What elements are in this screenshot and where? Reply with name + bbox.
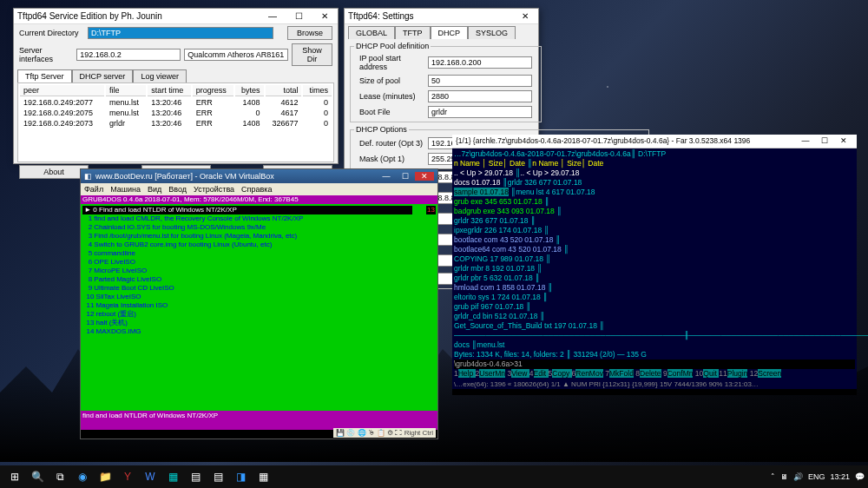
tab-tftp-server[interactable]: Tftp Server bbox=[17, 69, 72, 82]
grub-header: GRUB4DOS 0.4.6a 2018-07-01, Mem: 578K/20… bbox=[81, 195, 437, 204]
tftpd-icon[interactable]: ▤ bbox=[187, 468, 204, 485]
tray-lang[interactable]: ENG bbox=[808, 472, 825, 481]
grub-console[interactable]: GRUB4DOS 0.4.6a 2018-07-01, Mem: 578K/20… bbox=[81, 195, 437, 430]
taskview-icon[interactable]: ⧉ bbox=[51, 468, 69, 485]
vbox-statusbar: 💾 💿 🌐 🖰 📋 ⚙ ⛶ Right Ctrl bbox=[333, 428, 436, 438]
far-manager-window: {1/1} {archle.7z\grub4dos-0.4.6a-2018-07… bbox=[452, 135, 857, 395]
dhcp-pool-fieldset: DHCP Pool definition IP pool start addre… bbox=[350, 42, 542, 122]
tray-clock[interactable]: 13:21 bbox=[830, 472, 850, 481]
current-dir-input[interactable] bbox=[88, 27, 273, 39]
maximize-button[interactable]: ☐ bbox=[289, 11, 308, 21]
boot-file-input[interactable] bbox=[428, 106, 532, 118]
far-body[interactable]: …7z\grub4dos-0.4.6a-2018-07-01.7z\grub4d… bbox=[452, 148, 857, 379]
tab-dhcp[interactable]: DHCP bbox=[431, 26, 469, 39]
tray-notifications-icon[interactable]: 💬 bbox=[855, 472, 865, 481]
current-dir-label: Current Directory bbox=[19, 29, 84, 37]
minimize-button[interactable]: — bbox=[263, 11, 282, 21]
minimize-button[interactable]: — bbox=[796, 136, 815, 146]
tab-tftp[interactable]: TFTP bbox=[395, 26, 431, 39]
ip-start-input[interactable] bbox=[428, 56, 532, 69]
transfer-table: peerfilestart timeprogressbytestotaltime… bbox=[18, 83, 333, 129]
tab-log-viewer[interactable]: Log viewer bbox=[133, 69, 187, 82]
close-button[interactable]: ✕ bbox=[415, 172, 434, 181]
close-button[interactable]: ✕ bbox=[516, 11, 535, 21]
lease-input[interactable] bbox=[428, 90, 532, 102]
vbox-menubar: Файл Машина Вид Ввод Устройства Справка bbox=[81, 183, 437, 195]
vbox-status-icons: 💾 💿 🌐 🖰 📋 ⚙ ⛶ bbox=[336, 429, 404, 437]
tftpd-settings-titlebar[interactable]: Tftpd64: Settings ✕ bbox=[345, 9, 538, 24]
close-button[interactable]: ✕ bbox=[315, 11, 334, 21]
close-button[interactable]: ✕ bbox=[834, 136, 853, 146]
tftpd-tabs: Tftp Server DHCP server Log viewer bbox=[14, 68, 338, 82]
tray-volume-icon[interactable]: 🔊 bbox=[793, 472, 803, 481]
far-titlebar[interactable]: {1/1} {archle.7z\grub4dos-0.4.6a-2018-07… bbox=[452, 135, 857, 148]
tftpd-main-title: Tftpd64 Service Edition by Ph. Jounin bbox=[17, 11, 263, 21]
explorer-icon[interactable]: 📁 bbox=[96, 468, 114, 485]
search-icon[interactable]: 🔍 bbox=[29, 468, 46, 485]
menu-devices[interactable]: Устройства bbox=[194, 185, 234, 194]
showdir-button[interactable]: Show Dir bbox=[292, 43, 332, 66]
far-title: {1/1} {archle.7z\grub4dos-0.4.6a-2018-07… bbox=[456, 136, 796, 146]
app-icon-2[interactable]: ▦ bbox=[254, 468, 272, 485]
host-key-label: Right Ctrl bbox=[404, 429, 433, 437]
tray-monitor-icon[interactable]: 🖥 bbox=[780, 472, 788, 481]
maximize-button[interactable]: ☐ bbox=[815, 136, 834, 146]
windows-taskbar[interactable]: ⊞ 🔍 ⧉ ◉ 📁 Y W ▦ ▤ ▤ ◨ ▦ ˄ 🖥 🔊 ENG 13:21 … bbox=[0, 465, 868, 488]
vbox-icon[interactable]: ◨ bbox=[232, 468, 249, 485]
far-icon[interactable]: ▦ bbox=[164, 468, 181, 485]
menu-file[interactable]: Файл bbox=[84, 185, 103, 194]
browse-button[interactable]: Browse bbox=[287, 26, 332, 40]
menu-view[interactable]: Вид bbox=[148, 185, 161, 194]
start-button[interactable]: ⊞ bbox=[6, 468, 23, 485]
table-row: 192.168.0.249:2075menu.lst13:20:46ERR046… bbox=[20, 109, 332, 117]
server-if-label: Server interfaces bbox=[19, 46, 73, 63]
server-if-ip[interactable] bbox=[76, 49, 181, 61]
tab-global[interactable]: GLOBAL bbox=[348, 26, 395, 39]
tftpd-main-window: Tftpd64 Service Edition by Ph. Jounin — … bbox=[13, 8, 339, 164]
menu-machine[interactable]: Машина bbox=[110, 185, 141, 194]
word-icon[interactable]: W bbox=[141, 468, 159, 485]
vbox-titlebar[interactable]: ◧ www.BootDev.ru [Работает] - Oracle VM … bbox=[81, 169, 437, 183]
app-icon[interactable]: ◉ bbox=[74, 468, 91, 485]
grub-status: find and load NTLDR of Windows NT/2K/XP bbox=[81, 411, 437, 430]
minimize-button[interactable]: — bbox=[377, 172, 396, 181]
tftpd-settings-icon[interactable]: ▤ bbox=[209, 468, 227, 485]
far-statusbar: \…exe(64): 1396 « 180626(64) 1/1 ▲ NUM P… bbox=[452, 379, 857, 389]
table-row: 192.168.0.249:2077menu.lst13:20:46ERR140… bbox=[20, 98, 332, 107]
tab-dhcp-server[interactable]: DHCP server bbox=[72, 69, 134, 82]
tftpd-main-titlebar[interactable]: Tftpd64 Service Edition by Ph. Jounin — … bbox=[14, 9, 338, 24]
maximize-button[interactable]: ☐ bbox=[396, 172, 415, 181]
table-row: 192.168.0.249:2073grldr13:20:46ERR140832… bbox=[20, 119, 332, 128]
tray-chevron-icon[interactable]: ˄ bbox=[771, 472, 775, 481]
vbox-title: www.BootDev.ru [Работает] - Oracle VM Vi… bbox=[92, 172, 377, 181]
tftpd-settings-title: Tftpd64: Settings bbox=[348, 11, 516, 21]
browser-icon[interactable]: Y bbox=[119, 468, 136, 485]
vbox-icon: ◧ bbox=[84, 172, 92, 181]
menu-help[interactable]: Справка bbox=[241, 185, 272, 194]
about-button[interactable]: About bbox=[19, 165, 89, 179]
pool-size-input[interactable] bbox=[428, 75, 532, 87]
menu-input[interactable]: Ввод bbox=[168, 185, 187, 194]
server-if-nic[interactable] bbox=[184, 49, 288, 61]
virtualbox-window: ◧ www.BootDev.ru [Работает] - Oracle VM … bbox=[80, 168, 438, 439]
tab-syslog[interactable]: SYSLOG bbox=[468, 26, 516, 39]
